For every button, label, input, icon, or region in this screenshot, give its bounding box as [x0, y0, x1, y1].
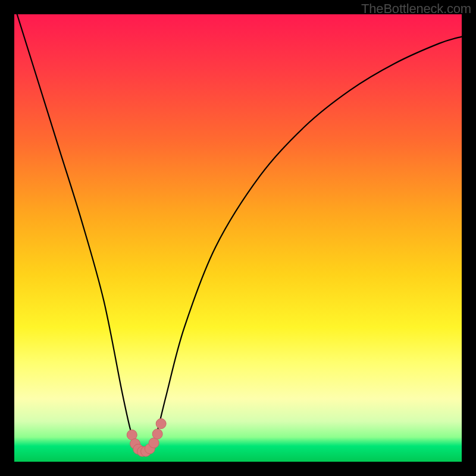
highlight-dot: [156, 419, 166, 429]
highlight-dot: [149, 438, 159, 448]
gradient-plot-area: [14, 14, 462, 462]
watermark-text: TheBottleneck.com: [361, 1, 471, 17]
chart-svg: [14, 14, 462, 462]
bottleneck-curve: [14, 5, 462, 453]
highlight-dot: [152, 429, 162, 439]
curve-group: [14, 5, 462, 453]
highlight-dot: [127, 430, 137, 440]
highlight-dots: [127, 419, 166, 457]
